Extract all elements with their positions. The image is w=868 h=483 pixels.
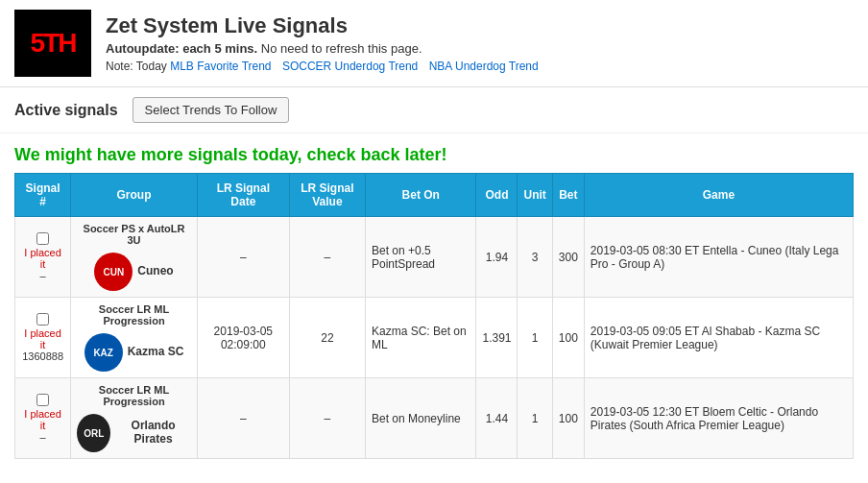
team-name: Orlando Pirates [115, 419, 191, 446]
signal-id: – [21, 431, 64, 443]
col-unit: Unit [518, 174, 552, 217]
bet-on-cell: Bet on +0.5 PointSpread [366, 217, 476, 298]
col-lr-value: LR Signal Value [289, 174, 365, 217]
signal-id: – [21, 270, 64, 281]
team-name: Cuneo [137, 264, 173, 278]
header-links: Note: Today MLB Favorite Trend SOCCER Un… [106, 60, 546, 73]
subtitle-bold: Autoupdate: each 5 mins. [106, 41, 257, 56]
team-name: Kazma SC [128, 345, 184, 358]
bet-on-cell: Kazma SC: Bet on ML [366, 298, 476, 378]
active-signals-label: Active signals [14, 102, 118, 119]
signal-cell: I placed it – [15, 378, 71, 459]
group-cell: Soccer LR ML Progression ORL Orlando Pir… [71, 378, 198, 459]
soccer-trend-link[interactable]: SOCCER Underdog Trend [282, 60, 418, 73]
placed-label: I placed it [21, 408, 64, 431]
header-text: Zet System Live Signals Autoupdate: each… [106, 13, 546, 73]
placed-label: I placed it [21, 327, 64, 350]
placed-checkbox[interactable] [36, 313, 49, 326]
game-cell: 2019-03-05 08:30 ET Entella - Cuneo (Ita… [584, 217, 853, 298]
table-row: I placed it – Soccer LR ML Progression O… [15, 378, 854, 459]
site-title: Zet System Live Signals [106, 13, 546, 38]
team-logo: KAZ [84, 333, 123, 372]
placed-label: I placed it [21, 247, 64, 270]
col-bet: Bet [552, 174, 584, 217]
col-game: Game [584, 174, 853, 217]
header: 5TH Zet System Live Signals Autoupdate: … [0, 0, 868, 87]
toolbar: Active signals Select Trends To Follow [0, 87, 868, 133]
signal-id: 1360888 [21, 350, 64, 362]
group-name: Soccer LR ML Progression [77, 303, 191, 326]
signals-table: Signal # Group LR Signal Date LR Signal … [14, 173, 854, 459]
select-trends-button[interactable]: Select Trends To Follow [133, 97, 290, 123]
unit-cell: 1 [518, 378, 552, 459]
signal-cell: I placed it 1360888 [15, 298, 71, 378]
placed-checkbox[interactable] [36, 394, 49, 406]
mlb-trend-link[interactable]: MLB Favorite Trend [170, 60, 271, 73]
signal-cell: I placed it – [15, 217, 71, 298]
table-header-row: Signal # Group LR Signal Date LR Signal … [15, 174, 854, 217]
note-label: Note: Today [106, 60, 167, 73]
notice-text: We might have more signals today, check … [14, 145, 854, 165]
team-logo: ORL [77, 414, 110, 452]
col-bet-on: Bet On [366, 174, 476, 217]
lr-value-cell: – [289, 217, 365, 298]
bet-cell: 300 [552, 217, 584, 298]
lr-value-cell: 22 [289, 298, 365, 378]
signals-table-wrap: Signal # Group LR Signal Date LR Signal … [0, 173, 868, 473]
team-logo: CUN [94, 253, 133, 291]
group-cell: Soccer PS x AutoLR 3U CUN Cuneo [71, 217, 198, 298]
lr-date-cell: – [197, 217, 289, 298]
bet-cell: 100 [552, 378, 584, 459]
subtitle: Autoupdate: each 5 mins. No need to refr… [106, 41, 546, 56]
group-name: Soccer PS x AutoLR 3U [77, 223, 191, 246]
group-name: Soccer LR ML Progression [77, 384, 191, 407]
nba-trend-link[interactable]: NBA Underdog Trend [429, 60, 539, 73]
notice-section: We might have more signals today, check … [0, 133, 868, 173]
odd-cell: 1.94 [476, 217, 518, 298]
logo: 5TH [14, 10, 91, 77]
odd-cell: 1.44 [476, 378, 518, 459]
lr-value-cell: – [289, 378, 365, 459]
unit-cell: 1 [518, 298, 552, 378]
group-cell: Soccer LR ML Progression KAZ Kazma SC [71, 298, 198, 378]
bet-on-cell: Bet on Moneyline [366, 378, 476, 459]
subtitle-rest: No need to refresh this page. [261, 41, 422, 56]
col-lr-date: LR Signal Date [197, 174, 289, 217]
logo-text: 5TH [31, 28, 76, 59]
col-odd: Odd [476, 174, 518, 217]
col-group: Group [71, 174, 198, 217]
placed-checkbox[interactable] [36, 232, 49, 245]
game-cell: 2019-03-05 12:30 ET Bloem Celtic - Orlan… [584, 378, 853, 459]
odd-cell: 1.391 [476, 298, 518, 378]
col-signal: Signal # [15, 174, 71, 217]
table-row: I placed it – Soccer PS x AutoLR 3U CUN … [15, 217, 854, 298]
lr-date-cell: – [197, 378, 289, 459]
bet-cell: 100 [552, 298, 584, 378]
game-cell: 2019-03-05 09:05 ET Al Shabab - Kazma SC… [584, 298, 853, 378]
unit-cell: 3 [518, 217, 552, 298]
lr-date-cell: 2019-03-05 02:09:00 [197, 298, 289, 378]
table-row: I placed it 1360888 Soccer LR ML Progres… [15, 298, 854, 378]
